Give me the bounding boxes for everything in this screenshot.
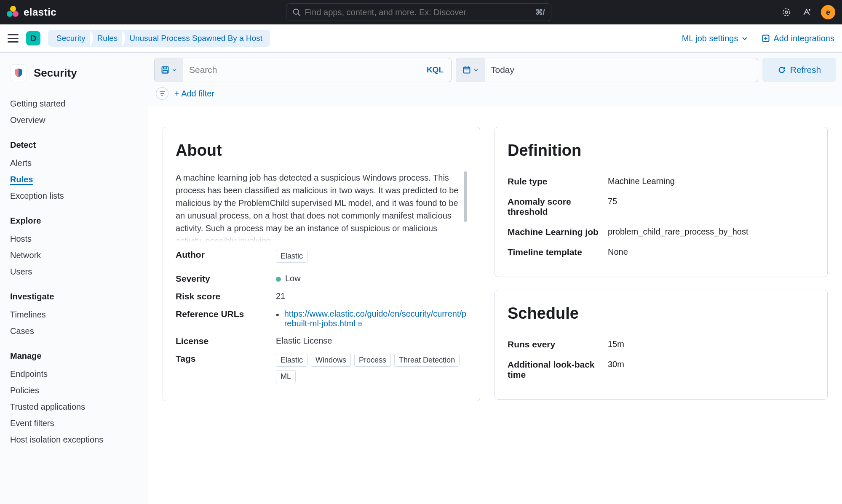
sidebar-item-policies[interactable]: Policies bbox=[10, 382, 138, 399]
sidebar-group-title: Detect bbox=[10, 140, 138, 150]
tag-badge: Process bbox=[354, 354, 391, 367]
rule-detail-content: About A machine learning job has detecte… bbox=[148, 106, 842, 504]
chevron-down-icon bbox=[473, 67, 478, 72]
date-picker[interactable]: Today bbox=[456, 58, 758, 82]
definition-label: Rule type bbox=[508, 176, 599, 187]
sidebar: Security Getting started Overview Detect… bbox=[0, 53, 148, 504]
sidebar-item-hosts[interactable]: Hosts bbox=[10, 231, 138, 247]
schedule-panel: Schedule Runs every15mAdditional look-ba… bbox=[495, 290, 828, 400]
definition-row: Anomaly score threshold75 bbox=[508, 192, 815, 222]
risk-score-value: 21 bbox=[276, 291, 467, 301]
sidebar-item-timelines[interactable]: Timelines bbox=[10, 307, 138, 323]
sidebar-item-network[interactable]: Network bbox=[10, 247, 138, 264]
add-filter-button[interactable]: + Add filter bbox=[174, 89, 214, 99]
author-badge: Elastic bbox=[276, 250, 307, 263]
global-search[interactable]: ⌘/ bbox=[286, 3, 551, 21]
definition-value: 75 bbox=[608, 197, 815, 217]
about-title: About bbox=[176, 141, 467, 160]
author-label: Author bbox=[176, 250, 267, 266]
filter-bar: KQL Today Refresh + Add f bbox=[148, 53, 842, 106]
sidebar-item-host-isolation-exceptions[interactable]: Host isolation exceptions bbox=[10, 432, 138, 448]
definition-value: problem_child_rare_process_by_host bbox=[608, 227, 815, 237]
global-search-input[interactable] bbox=[305, 8, 531, 17]
search-shortcut: ⌘/ bbox=[535, 8, 545, 17]
scrollbar[interactable] bbox=[464, 171, 467, 222]
tags-label: Tags bbox=[176, 354, 267, 387]
sidebar-item-event-filters[interactable]: Event filters bbox=[10, 415, 138, 432]
svg-point-3 bbox=[785, 11, 788, 13]
sidebar-item-alerts[interactable]: Alerts bbox=[10, 155, 138, 171]
schedule-label: Runs every bbox=[508, 339, 599, 349]
schedule-row: Additional look-back time30m bbox=[508, 355, 815, 385]
sidebar-group-title: Investigate bbox=[10, 292, 138, 301]
tag-badge: Threat Detection bbox=[394, 354, 460, 367]
newsfeed-icon[interactable] bbox=[781, 6, 792, 18]
query-input[interactable] bbox=[183, 65, 419, 75]
plus-square-icon bbox=[762, 34, 770, 43]
nav-toggle-button[interactable] bbox=[8, 34, 19, 43]
schedule-value: 15m bbox=[608, 339, 815, 349]
author-value: Elastic bbox=[276, 250, 467, 266]
sidebar-item-overview[interactable]: Overview bbox=[10, 112, 138, 128]
svg-point-2 bbox=[783, 9, 790, 16]
risk-score-label: Risk score bbox=[176, 291, 267, 301]
tag-badge: Elastic bbox=[276, 354, 307, 367]
calendar-icon bbox=[462, 66, 471, 74]
topbar-right: e bbox=[781, 5, 835, 19]
about-panel: About A machine learning job has detecte… bbox=[163, 127, 480, 401]
space-selector[interactable]: D bbox=[26, 31, 40, 45]
add-integrations-label: Add integrations bbox=[773, 34, 834, 43]
user-avatar[interactable]: e bbox=[821, 5, 835, 19]
sidebar-item-endpoints[interactable]: Endpoints bbox=[10, 366, 138, 382]
elastic-logo[interactable]: elastic bbox=[7, 6, 56, 19]
save-icon bbox=[161, 66, 169, 74]
definition-value: None bbox=[608, 247, 815, 257]
sidebar-item-cases[interactable]: Cases bbox=[10, 323, 138, 339]
svg-rect-9 bbox=[163, 67, 167, 69]
schedule-value: 30m bbox=[608, 360, 815, 380]
header-actions: ML job settings Add integrations bbox=[682, 34, 834, 43]
add-integrations-button[interactable]: Add integrations bbox=[762, 34, 834, 43]
chevron-down-icon bbox=[172, 67, 177, 72]
sidebar-top-group: Getting started Overview bbox=[10, 96, 138, 128]
sidebar-item-trusted-applications[interactable]: Trusted applications bbox=[10, 399, 138, 415]
definition-label: Machine Learning job bbox=[508, 227, 599, 237]
ml-job-settings-button[interactable]: ML job settings bbox=[682, 34, 748, 43]
topbar: elastic ⌘/ e bbox=[0, 0, 842, 24]
sidebar-item-users[interactable]: Users bbox=[10, 264, 138, 280]
elastic-logo-text: elastic bbox=[24, 6, 56, 18]
svg-rect-11 bbox=[464, 67, 470, 73]
query-bar: KQL bbox=[154, 58, 452, 82]
refresh-button[interactable]: Refresh bbox=[762, 58, 836, 82]
chevron-down-icon bbox=[741, 35, 748, 42]
schedule-label: Additional look-back time bbox=[508, 360, 599, 380]
sidebar-item-exception-lists[interactable]: Exception lists bbox=[10, 188, 138, 204]
sidebar-group-title: Explore bbox=[10, 216, 138, 226]
reference-url-link[interactable]: https://www.elastic.co/guide/en/security… bbox=[284, 309, 467, 328]
breadcrumb-current: Unusual Process Spawned By a Host bbox=[122, 30, 270, 47]
svg-point-0 bbox=[293, 9, 299, 15]
search-icon bbox=[292, 8, 301, 16]
severity-dot-icon bbox=[276, 277, 281, 282]
date-quick-button[interactable] bbox=[456, 58, 485, 82]
tags-value: ElasticWindowsProcessThreat DetectionML bbox=[276, 354, 467, 387]
sidebar-title: Security bbox=[34, 67, 77, 80]
sidebar-group-manage: Manage Endpoints Policies Trusted applic… bbox=[10, 351, 138, 448]
sidebar-item-rules[interactable]: Rules bbox=[10, 171, 138, 188]
tag-badge: Windows bbox=[311, 354, 351, 367]
external-link-icon: ⧉ bbox=[358, 321, 362, 328]
sidebar-group-investigate: Investigate Timelines Cases bbox=[10, 292, 138, 339]
query-language-button[interactable]: KQL bbox=[419, 65, 451, 75]
breadcrumb-security[interactable]: Security bbox=[48, 30, 93, 47]
reference-urls-label: Reference URLs bbox=[176, 309, 267, 328]
breadcrumb: Security Rules Unusual Process Spawned B… bbox=[48, 30, 270, 47]
filter-options-button[interactable] bbox=[156, 87, 168, 100]
sidebar-item-getting-started[interactable]: Getting started bbox=[10, 96, 138, 112]
ml-job-settings-label: ML job settings bbox=[682, 34, 738, 43]
main: KQL Today Refresh + Add f bbox=[148, 53, 842, 504]
query-options-button[interactable] bbox=[155, 58, 183, 82]
help-icon[interactable] bbox=[801, 6, 813, 18]
refresh-label: Refresh bbox=[790, 65, 821, 75]
reference-url-text: https://www.elastic.co/guide/en/security… bbox=[284, 309, 466, 328]
definition-panel: Definition Rule typeMachine LearningAnom… bbox=[495, 127, 828, 277]
